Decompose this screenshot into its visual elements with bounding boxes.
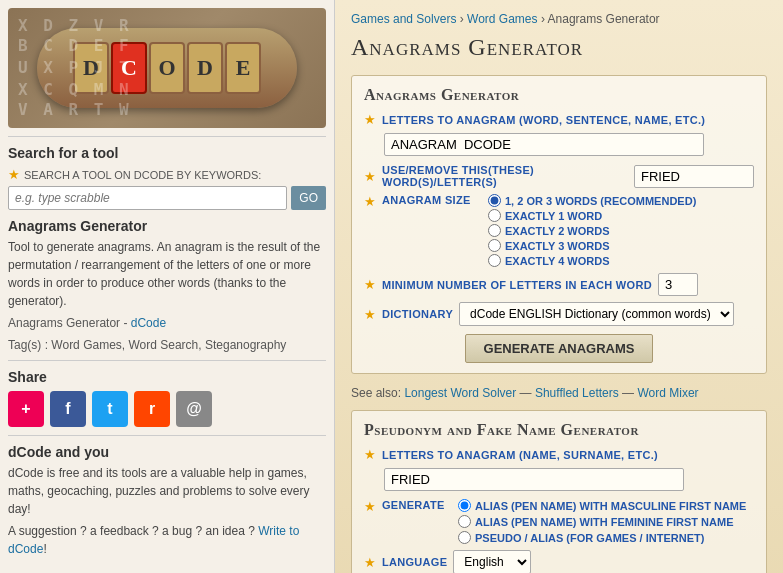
share-title: Share [8,360,326,385]
pseudo-letters-label: LETTERS TO ANAGRAM (NAME, SURNAME, ETC.) [382,449,658,461]
dcode-desc: dCode is free and its tools are a valuab… [8,464,326,518]
search-row: GO [8,186,326,210]
star-icon-5: ★ [364,307,376,322]
radio-exactly-2[interactable]: EXACTLY 2 WORDS [488,224,696,237]
language-label: LANGUAGE [382,556,447,568]
logo-area: X D Z V R B C D E F U X P J T X C Q M N … [8,8,326,128]
radio-exactly-4[interactable]: EXACTLY 4 WORDS [488,254,696,267]
tags: Tag(s) : Word Games, Word Search, Stegan… [8,338,326,352]
see-also: See also: Longest Word Solver — Shuffled… [351,386,767,400]
min-letters-input[interactable] [658,273,698,296]
star-icon-4: ★ [364,277,376,292]
star-icon-7: ★ [364,499,376,514]
pseudo-generate-label: GENERATE [382,499,452,511]
main-content: Games and Solvers › Word Games › Anagram… [335,0,783,573]
radio-exactly-3-label: EXACTLY 3 WORDS [505,240,610,252]
letters-field-row: ★ LETTERS TO ANAGRAM (WORD, SENTENCE, NA… [364,112,754,127]
go-button[interactable]: GO [291,186,326,210]
alias-feminine-input[interactable] [458,515,471,528]
language-row: ★ LANGUAGE English French Spanish [364,550,754,573]
radio-exactly-1-input[interactable] [488,209,501,222]
longest-word-solver-link[interactable]: Longest Word Solver [404,386,516,400]
radio-exactly-3-input[interactable] [488,239,501,252]
radio-exactly-2-label: EXACTLY 2 WORDS [505,225,610,237]
min-letters-label: MINIMUM NUMBER OF LETTERS IN EACH WORD [382,279,652,291]
breadcrumb-games-link[interactable]: Games and Solvers [351,12,456,26]
pseudonym-section: Pseudonym and Fake Name Generator ★ LETT… [351,410,767,573]
breadcrumb-word-link[interactable]: Word Games [467,12,537,26]
radio-1-2-3-words[interactable]: 1, 2 OR 3 WORDS (RECOMMENDED) [488,194,696,207]
radio-1-2-3-words-input[interactable] [488,194,501,207]
star-icon-2: ★ [364,169,376,184]
breadcrumb-current: Anagrams Generator [548,12,660,26]
use-remove-label: USE/REMOVE THIS(THESE) WORD(S)/LETTER(S) [382,164,628,188]
anagrams-section-title: Anagrams Generator [364,86,754,104]
share-reddit-button[interactable]: r [134,391,170,427]
radio-exactly-4-label: EXACTLY 4 WORDS [505,255,610,267]
shuffled-letters-link[interactable]: Shuffled Letters [535,386,619,400]
anagrams-section: Anagrams Generator ★ LETTERS TO ANAGRAM … [351,75,767,374]
share-icons: + f t r @ [8,391,326,427]
share-facebook-button[interactable]: f [50,391,86,427]
star-icon-1: ★ [364,112,376,127]
sidebar: X D Z V R B C D E F U X P J T X C Q M N … [0,0,335,573]
letters-label: LETTERS TO ANAGRAM (WORD, SENTENCE, NAME… [382,114,705,126]
letters-input[interactable] [384,133,704,156]
dcode-tool-link[interactable]: dCode [131,316,166,330]
radio-exactly-1[interactable]: EXACTLY 1 WORD [488,209,696,222]
search-title: Search for a tool [8,136,326,161]
share-add-button[interactable]: + [8,391,44,427]
pseudo-generate-row: ★ GENERATE ALIAS (PEN NAME) WITH MASCULI… [364,499,754,544]
anagram-size-label: ANAGRAM SIZE [382,194,482,206]
alias-pseudo-input[interactable] [458,531,471,544]
share-twitter-button[interactable]: t [92,391,128,427]
dictionary-row: ★ DICTIONARY dCode ENGLISH Dictionary (c… [364,302,754,326]
alias-radio-group: ALIAS (PEN NAME) WITH MASCULINE FIRST NA… [458,499,746,544]
alias-masculine-input[interactable] [458,499,471,512]
min-letters-row: ★ MINIMUM NUMBER OF LETTERS IN EACH WORD [364,273,754,296]
alias-masculine-label: ALIAS (PEN NAME) WITH MASCULINE FIRST NA… [475,500,746,512]
tool-title: Anagrams Generator [8,218,326,234]
alias-pseudo[interactable]: PSEUDO / ALIAS (FOR GAMES / INTERNET) [458,531,746,544]
alias-feminine-label: ALIAS (PEN NAME) WITH FEMININE FIRST NAM… [475,516,734,528]
pseudo-letters-input-row [384,468,754,491]
breadcrumb: Games and Solvers › Word Games › Anagram… [351,12,767,26]
anagram-size-radio-group: 1, 2 OR 3 WORDS (RECOMMENDED) EXACTLY 1 … [488,194,696,267]
use-remove-row: ★ USE/REMOVE THIS(THESE) WORD(S)/LETTER(… [364,164,754,188]
share-email-button[interactable]: @ [176,391,212,427]
anagram-size-row: ★ ANAGRAM SIZE 1, 2 OR 3 WORDS (RECOMMEN… [364,194,754,267]
language-select[interactable]: English French Spanish [453,550,531,573]
letters-input-row [384,133,754,156]
radio-exactly-1-label: EXACTLY 1 WORD [505,210,602,222]
pseudo-letters-input[interactable] [384,468,684,491]
star-icon-3: ★ [364,194,376,209]
dictionary-label: DICTIONARY [382,308,453,320]
star-icon: ★ [8,167,20,182]
alias-masculine[interactable]: ALIAS (PEN NAME) WITH MASCULINE FIRST NA… [458,499,746,512]
dcode-suggestion: A suggestion ? a feedback ? a bug ? an i… [8,522,326,558]
radio-exactly-2-input[interactable] [488,224,501,237]
page-title: Anagrams Generator [351,34,767,61]
tool-link-line: Anagrams Generator - dCode [8,316,326,330]
use-remove-input[interactable] [634,165,754,188]
alias-pseudo-label: PSEUDO / ALIAS (FOR GAMES / INTERNET) [475,532,704,544]
star-icon-6: ★ [364,447,376,462]
radio-1-2-3-words-label: 1, 2 OR 3 WORDS (RECOMMENDED) [505,195,696,207]
pseudo-letters-label-row: ★ LETTERS TO ANAGRAM (NAME, SURNAME, ETC… [364,447,754,462]
star-icon-8: ★ [364,555,376,570]
generate-anagrams-button[interactable]: GENERATE ANAGRAMS [465,334,654,363]
radio-exactly-3[interactable]: EXACTLY 3 WORDS [488,239,696,252]
dictionary-select[interactable]: dCode ENGLISH Dictionary (common words) [459,302,734,326]
alias-feminine[interactable]: ALIAS (PEN NAME) WITH FEMININE FIRST NAM… [458,515,746,528]
dcode-section-title: dCode and you [8,435,326,460]
radio-exactly-4-input[interactable] [488,254,501,267]
search-input[interactable] [8,186,287,210]
tool-desc: Tool to generate anagrams. An anagram is… [8,238,326,310]
pseudonym-section-title: Pseudonym and Fake Name Generator [364,421,754,439]
word-mixer-link[interactable]: Word Mixer [637,386,698,400]
search-label: ★ SEARCH A TOOL ON DCODE BY KEYWORDS: [8,167,326,182]
